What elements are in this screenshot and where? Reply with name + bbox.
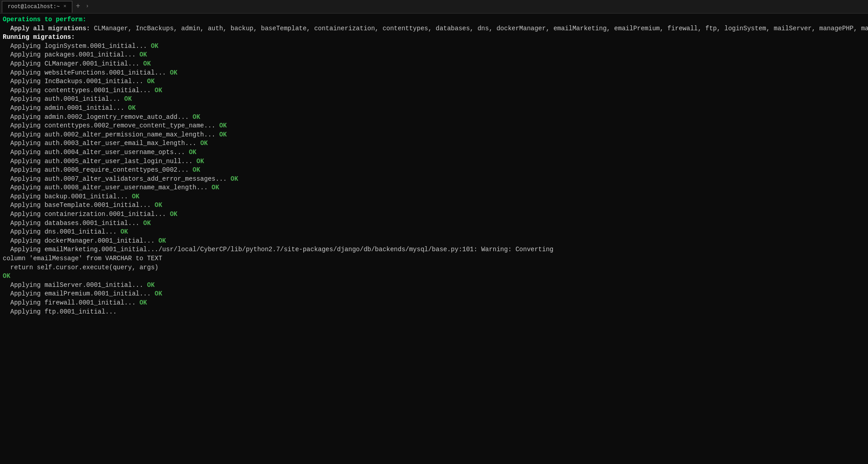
- terminal-line: Applying emailMarketing.0001_initial.../…: [3, 245, 865, 254]
- new-tab-button[interactable]: +: [72, 1, 84, 11]
- terminal-line: Applying loginSystem.0001_initial... OK: [3, 42, 865, 51]
- terminal-line: Applying auth.0005_alter_user_last_login…: [3, 157, 865, 166]
- terminal-line: Applying emailPremium.0001_initial... OK: [3, 290, 865, 299]
- terminal-line: Operations to perform:: [3, 15, 865, 24]
- tab-chevron-icon[interactable]: ›: [84, 3, 90, 10]
- terminal-line: Applying auth.0001_initial... OK: [3, 95, 865, 104]
- terminal-line: Applying contenttypes.0001_initial... OK: [3, 86, 865, 95]
- terminal-line: Apply all migrations: CLManager, IncBack…: [3, 24, 865, 33]
- terminal-line: Applying auth.0003_alter_user_email_max_…: [3, 139, 865, 148]
- terminal-line: Applying ftp.0001_initial...: [3, 308, 865, 317]
- terminal-line: return self.cursor.execute(query, args): [3, 263, 865, 272]
- terminal-window: root@localhost:~ × + › Operations to per…: [0, 0, 868, 464]
- terminal-line: Applying packages.0001_initial... OK: [3, 51, 865, 60]
- terminal-output: Operations to perform: Apply all migrati…: [0, 14, 868, 464]
- terminal-line: column 'emailMessage' from VARCHAR to TE…: [3, 254, 865, 263]
- terminal-line: Applying databases.0001_initial... OK: [3, 219, 865, 228]
- terminal-line: OK: [3, 272, 865, 281]
- terminal-line: Applying auth.0007_alter_validators_add_…: [3, 175, 865, 184]
- tab-close-button[interactable]: ×: [63, 3, 66, 10]
- terminal-line: Applying websiteFunctions.0001_initial..…: [3, 69, 865, 78]
- terminal-line: Applying dockerManager.0001_initial... O…: [3, 237, 865, 246]
- terminal-line: Applying auth.0008_alter_user_username_m…: [3, 183, 865, 192]
- terminal-line: Applying admin.0002_logentry_remove_auto…: [3, 113, 865, 122]
- terminal-line: Applying IncBackups.0001_initial... OK: [3, 77, 865, 86]
- terminal-line: Applying contenttypes.0002_remove_conten…: [3, 122, 865, 131]
- terminal-line: Applying auth.0006_require_contenttypes_…: [3, 166, 865, 175]
- terminal-line: Applying auth.0004_alter_user_username_o…: [3, 148, 865, 157]
- terminal-line: Running migrations:: [3, 33, 865, 42]
- terminal-line: Applying containerization.0001_initial..…: [3, 210, 865, 219]
- tab-label: root@localhost:~: [8, 3, 60, 11]
- terminal-line: Applying dns.0001_initial... OK: [3, 228, 865, 237]
- terminal-line: Applying baseTemplate.0001_initial... OK: [3, 201, 865, 210]
- terminal-line: Applying mailServer.0001_initial... OK: [3, 281, 865, 290]
- terminal-line: Applying firewall.0001_initial... OK: [3, 299, 865, 308]
- terminal-tab[interactable]: root@localhost:~ ×: [2, 1, 72, 13]
- terminal-line: Applying admin.0001_initial... OK: [3, 104, 865, 113]
- terminal-line: Applying CLManager.0001_initial... OK: [3, 60, 865, 69]
- tab-bar: root@localhost:~ × + ›: [0, 0, 868, 14]
- terminal-line: Applying backup.0001_initial... OK: [3, 192, 865, 202]
- terminal-line: Applying auth.0002_alter_permission_name…: [3, 131, 865, 140]
